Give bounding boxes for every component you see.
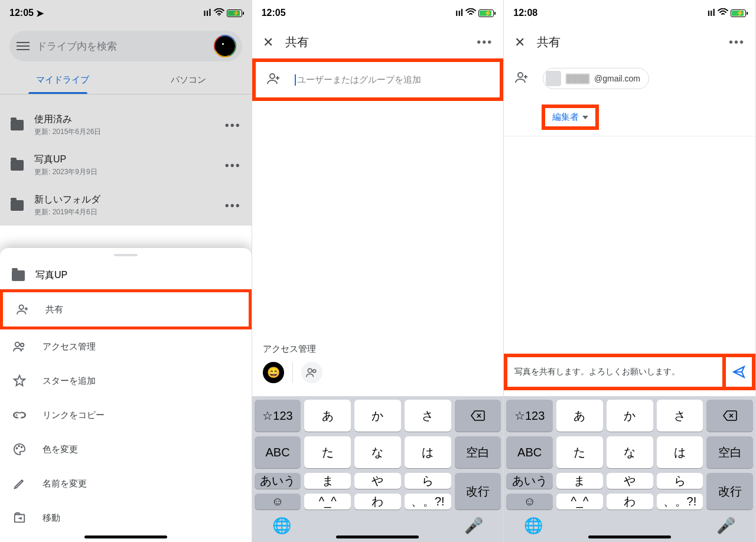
location-icon: ➤ — [36, 8, 44, 19]
key-abc[interactable]: ABC — [506, 436, 553, 468]
key[interactable]: 、。?! — [657, 494, 703, 510]
share-title: 共有 — [537, 34, 717, 50]
file-row[interactable]: 使用済み更新: 2015年6月26日 ••• — [0, 105, 252, 145]
tab-computers[interactable]: パソコン — [126, 66, 252, 94]
sheet-item-rename[interactable]: 名前を変更 — [0, 466, 252, 501]
key-num[interactable]: ☆123 — [255, 400, 301, 432]
svg-point-1 — [15, 342, 19, 347]
globe-icon[interactable]: 🌐 — [524, 517, 543, 535]
sheet-handle[interactable] — [114, 254, 138, 256]
sheet-item-star[interactable]: スターを追加 — [0, 364, 252, 398]
home-indicator[interactable] — [84, 536, 167, 538]
wifi-icon — [214, 8, 224, 18]
file-row[interactable]: 写真UP更新: 2023年9月9日 ••• — [0, 145, 252, 185]
key[interactable]: や — [354, 473, 401, 489]
send-button[interactable] — [726, 354, 755, 390]
key-return[interactable]: 改行 — [455, 473, 501, 510]
key[interactable]: わ — [607, 494, 653, 510]
folder-icon — [11, 160, 24, 171]
more-icon[interactable]: ••• — [729, 35, 745, 49]
key-num[interactable]: ☆123 — [506, 400, 553, 432]
key-abc[interactable]: ABC — [255, 436, 301, 468]
key[interactable]: 、。?! — [405, 494, 451, 510]
tab-mydrive[interactable]: マイドライブ — [0, 66, 126, 94]
file-row[interactable]: 新しいフォルダ更新: 2019年4月6日 ••• — [0, 185, 252, 226]
keyboard[interactable]: ☆123 あ か さ ABC た な は 空白 あいう ☺ ま ^_^ や わ — [504, 396, 755, 542]
role-label: 編集者 — [552, 112, 579, 123]
search-bar[interactable]: ドライブ内を検索 — [9, 31, 242, 61]
key-return[interactable]: 改行 — [706, 473, 753, 510]
key[interactable]: な — [607, 436, 653, 468]
sheet-header: 写真UP — [0, 262, 252, 289]
key[interactable]: わ — [354, 494, 401, 510]
more-icon[interactable]: ••• — [225, 159, 241, 172]
more-icon[interactable]: ••• — [225, 119, 241, 132]
key[interactable]: ら — [405, 473, 451, 489]
more-icon[interactable]: ••• — [477, 35, 493, 49]
sheet-item-copy-link[interactable]: リンクをコピー — [0, 398, 252, 432]
sheet-item-change-color[interactable]: 色を変更 — [0, 432, 252, 466]
keyboard[interactable]: ☆123 あ か さ ABC た な は 空白 あいう ☺ ま ^_^ や わ — [252, 396, 504, 542]
close-icon[interactable]: ✕ — [263, 35, 273, 50]
key[interactable]: は — [405, 436, 451, 468]
key[interactable]: ^_^ — [304, 494, 351, 510]
mic-icon[interactable]: 🎤 — [464, 517, 483, 535]
key-emoji[interactable]: ☺ — [506, 494, 553, 510]
status-time: 12:05 — [262, 8, 286, 18]
key-backspace[interactable] — [706, 400, 753, 432]
key[interactable]: な — [354, 436, 401, 468]
sheet-item-manage-access[interactable]: アクセス管理 — [0, 329, 252, 364]
people-icon — [13, 340, 26, 353]
key[interactable]: さ — [405, 400, 451, 432]
wifi-icon — [718, 8, 728, 18]
battery-icon: ⚡ — [227, 9, 242, 17]
key[interactable]: や — [607, 473, 653, 489]
key-kana[interactable]: あいう — [255, 473, 301, 489]
sheet-item-share[interactable]: 共有 — [0, 289, 252, 329]
owner-avatar[interactable]: 😄 — [263, 362, 284, 383]
menu-icon[interactable] — [17, 42, 30, 50]
close-icon[interactable]: ✕ — [514, 35, 525, 50]
key-kana[interactable]: あいう — [506, 473, 553, 489]
key[interactable]: ^_^ — [556, 494, 603, 510]
add-user-row[interactable]: ████@gmail.com — [504, 58, 755, 99]
key-emoji[interactable]: ☺ — [255, 494, 301, 510]
key[interactable]: た — [304, 436, 351, 468]
panel-drive-list: 12:05 ➤ ııl ⚡ ドライブ内を検索 マイドライブ パソコン 使用済み更… — [0, 0, 252, 542]
key[interactable]: あ — [304, 400, 351, 432]
key[interactable]: あ — [556, 400, 603, 432]
key-space[interactable]: 空白 — [706, 436, 753, 468]
file-list: 使用済み更新: 2015年6月26日 ••• 写真UP更新: 2023年9月9日… — [0, 94, 252, 226]
search-placeholder: ドライブ内を検索 — [37, 40, 207, 53]
add-user-row[interactable]: ユーザーまたはグループを追加 — [252, 58, 504, 101]
sheet-item-move[interactable]: 移動 — [0, 501, 252, 535]
mic-icon[interactable]: 🎤 — [716, 517, 735, 535]
account-avatar[interactable] — [214, 35, 236, 57]
key-space[interactable]: 空白 — [455, 436, 501, 468]
message-input[interactable]: 写真を共有します。よろしくお願いします。 — [504, 354, 726, 390]
role-dropdown[interactable]: 編集者 — [542, 105, 599, 130]
share-header: ✕ 共有 ••• — [504, 26, 755, 58]
globe-icon[interactable]: 🌐 — [272, 517, 291, 535]
key[interactable]: か — [607, 400, 653, 432]
home-indicator[interactable] — [588, 536, 671, 538]
more-icon[interactable]: ••• — [225, 199, 241, 213]
key[interactable]: は — [657, 436, 703, 468]
bottom-sheet: 写真UP 共有 アクセス管理 スターを追加 リンクをコピー 色を変更 名前を変更 — [0, 248, 252, 542]
key[interactable]: ま — [304, 473, 351, 489]
signal-icon: ııl — [203, 8, 211, 18]
star-icon — [13, 374, 26, 387]
add-people-button[interactable] — [301, 362, 322, 383]
person-add-icon — [16, 303, 29, 316]
svg-point-5 — [21, 446, 22, 448]
key[interactable]: ら — [657, 473, 703, 489]
key-backspace[interactable] — [455, 400, 501, 432]
key[interactable]: た — [556, 436, 603, 468]
folder-icon — [11, 200, 24, 211]
key[interactable]: ま — [556, 473, 603, 489]
key[interactable]: か — [354, 400, 401, 432]
key[interactable]: さ — [657, 400, 703, 432]
home-indicator[interactable] — [336, 536, 419, 538]
recipient-chip[interactable]: ████@gmail.com — [543, 68, 649, 89]
pencil-icon — [13, 477, 26, 490]
